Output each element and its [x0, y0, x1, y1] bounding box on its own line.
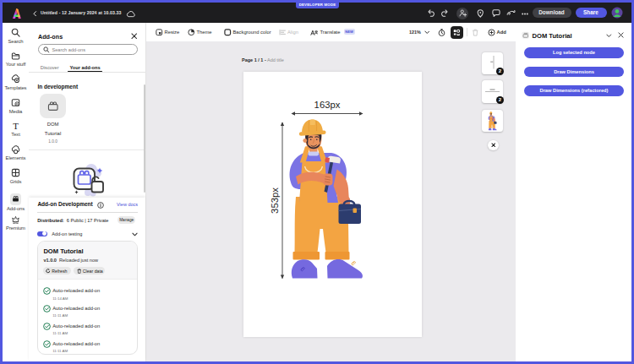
svg-text:T: T [13, 122, 19, 131]
svg-text:163px: 163px [314, 100, 341, 110]
svg-text:353px: 353px [270, 187, 280, 214]
